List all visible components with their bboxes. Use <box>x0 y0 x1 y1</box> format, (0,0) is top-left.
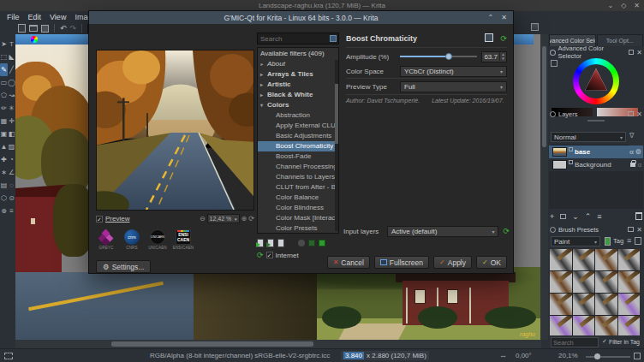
docker-splitter[interactable] <box>587 120 605 122</box>
blend-mode-dropdown[interactable]: Normal ▾ <box>551 132 626 142</box>
fullscreen-button[interactable]: Fullscreen <box>374 256 429 269</box>
filter-search-box[interactable] <box>257 33 339 45</box>
reset-parameters-icon[interactable]: ⟳ <box>500 34 507 43</box>
cancel-button[interactable]: ✕ Cancel <box>327 256 370 269</box>
brush-preset-thumb[interactable] <box>618 316 641 335</box>
brush-preset-thumb[interactable] <box>595 249 617 270</box>
fit-page-icon[interactable] <box>634 353 641 359</box>
tool-icon[interactable]: ✏ <box>0 102 8 115</box>
filter-item-color-blindness[interactable]: Color Blindness <box>258 203 338 213</box>
rename-fave-icon[interactable] <box>267 239 274 247</box>
filter-item-basic-adjustments[interactable]: Basic Adjustments <box>258 131 338 141</box>
zoom-in-icon[interactable]: ⊕ <box>242 215 247 223</box>
ok-button[interactable]: ✓ OK <box>476 256 507 269</box>
color-triangle[interactable] <box>581 66 611 97</box>
canvas-detach-icon[interactable] <box>531 23 539 31</box>
brush-preset-thumb[interactable] <box>573 249 595 270</box>
tool-icon[interactable]: ◣ <box>8 50 15 63</box>
filter-item-clut-from-after-before[interactable]: CLUT from After - Before <box>258 182 338 193</box>
filter-item-apply-external-clut[interactable]: Apply External CLUT <box>258 121 338 131</box>
filter-in-tag-checkbox[interactable]: ✓ Filter in Tag <box>602 338 640 345</box>
lock-icon[interactable] <box>630 163 635 167</box>
filter-category-about[interactable]: ▸About <box>258 59 338 69</box>
color-history-icon[interactable] <box>551 60 558 67</box>
gmic-titlebar[interactable]: G'MIC-Qt for Krita - Linux 64 bits - 3.0… <box>89 11 513 24</box>
brush-preset-thumb[interactable] <box>550 316 572 335</box>
mirror-icon[interactable]: ↔ <box>499 351 507 359</box>
menu-file[interactable]: File <box>3 13 24 21</box>
brush-preset-thumb[interactable] <box>573 271 595 293</box>
close-docker-icon[interactable]: ✕ <box>636 110 642 118</box>
copy-command-icon[interactable] <box>486 35 493 42</box>
tool-icon[interactable]: ⬚ <box>0 50 8 63</box>
shade-icon[interactable]: ⌃ <box>488 14 494 21</box>
tool-icon[interactable]: ➤ <box>0 38 8 50</box>
tool-icon[interactable]: ⬡ <box>0 192 8 205</box>
canvas-angle[interactable]: 0,00° <box>516 352 532 359</box>
tool-icon[interactable]: ▭ <box>0 76 8 89</box>
scrollbar-thumb[interactable] <box>542 46 546 147</box>
tool-icon[interactable]: ▣ <box>0 128 8 140</box>
tool-icon[interactable]: ✚ <box>0 153 8 166</box>
alpha-icon[interactable]: α <box>637 161 641 169</box>
tool-icon[interactable]: ∠ <box>8 166 15 179</box>
grid-view-icon[interactable] <box>635 237 641 245</box>
close-icon[interactable]: ✕ <box>634 2 640 9</box>
float-docker-icon[interactable] <box>628 227 634 232</box>
brush-preset-thumb[interactable] <box>595 316 617 335</box>
tool-icon[interactable]: ⊕ <box>0 205 8 217</box>
tool-icon[interactable]: ◔ <box>8 153 15 166</box>
tool-icon[interactable]: ▦ <box>0 115 8 128</box>
filter-item-color-mask-interactive[interactable]: Color Mask [Interactive] <box>258 213 338 223</box>
save-icon[interactable] <box>41 25 49 33</box>
zoom-slider-thumb[interactable] <box>594 353 600 359</box>
zoom-out-icon[interactable]: ⊖ <box>200 215 206 223</box>
list-view-icon[interactable]: ≡ <box>627 236 631 245</box>
move-layer-down-icon[interactable]: ⌄ <box>572 212 579 221</box>
float-docker-icon[interactable] <box>629 50 635 55</box>
brush-tag-dropdown[interactable]: Paint ▾ <box>551 236 600 246</box>
input-layers-dropdown[interactable]: Active (default) ▾ <box>387 226 498 237</box>
move-fave-down-icon[interactable] <box>319 240 325 246</box>
filter-item-color-presets[interactable]: Color Presets <box>258 223 338 234</box>
tool-icon[interactable]: ≡ <box>8 205 15 217</box>
alpha-icon[interactable]: α <box>629 148 634 156</box>
tool-icon[interactable]: T <box>8 38 15 50</box>
close-icon[interactable]: ✕ <box>501 14 507 21</box>
move-fave-up-icon[interactable] <box>308 240 315 246</box>
duplicate-layer-icon[interactable] <box>560 214 566 219</box>
tool-icon-freehand-brush-active[interactable]: ✎ <box>0 63 8 76</box>
close-docker-icon[interactable]: ✕ <box>636 226 642 234</box>
maximize-icon[interactable]: ◇ <box>621 2 626 9</box>
color-wheel[interactable] <box>573 58 619 104</box>
brush-preset-thumb[interactable] <box>573 294 595 315</box>
amplitude-spinbox[interactable]: 63.7 ▴▾ <box>481 51 507 62</box>
tool-icon[interactable]: ◌ <box>8 179 15 192</box>
slider-track[interactable] <box>400 56 477 57</box>
brush-preset-thumb[interactable] <box>550 271 572 293</box>
preview-zoom-dropdown[interactable]: 12,42 % ▾ <box>207 214 240 223</box>
filter-item-abstraction[interactable]: Abstraction <box>258 110 338 121</box>
tag-icon[interactable] <box>605 237 611 246</box>
search-options-icon[interactable] <box>330 35 337 42</box>
preview-type-dropdown[interactable]: Full ▾ <box>400 81 507 92</box>
add-fave-icon[interactable] <box>257 239 264 247</box>
canvas-vertical-scrollbar[interactable] <box>540 34 548 340</box>
tool-icon[interactable]: ↝ <box>8 89 15 102</box>
tool-icon[interactable]: ◯ <box>8 76 15 89</box>
add-layer-icon[interactable]: + <box>550 212 554 221</box>
tool-icon[interactable]: ▨ <box>8 140 15 153</box>
delete-layer-icon[interactable] <box>635 212 642 220</box>
spin-down-icon[interactable]: ▾ <box>502 56 504 61</box>
layer-row-base[interactable]: base α ⚙ <box>549 145 643 158</box>
tool-icon[interactable]: ∗ <box>0 166 8 179</box>
brush-preset-thumb[interactable] <box>618 294 641 315</box>
menu-view[interactable]: View <box>45 13 70 21</box>
new-document-icon[interactable] <box>18 24 26 33</box>
move-layer-up-icon[interactable]: ⌃ <box>585 212 592 221</box>
close-docker-icon[interactable]: ✕ <box>636 49 642 56</box>
tool-icon[interactable]: ✛ <box>8 115 15 128</box>
internet-checkbox[interactable]: ✓ <box>266 252 273 258</box>
brush-preset-thumb[interactable] <box>618 249 641 270</box>
brush-preset-thumb[interactable] <box>618 271 641 293</box>
